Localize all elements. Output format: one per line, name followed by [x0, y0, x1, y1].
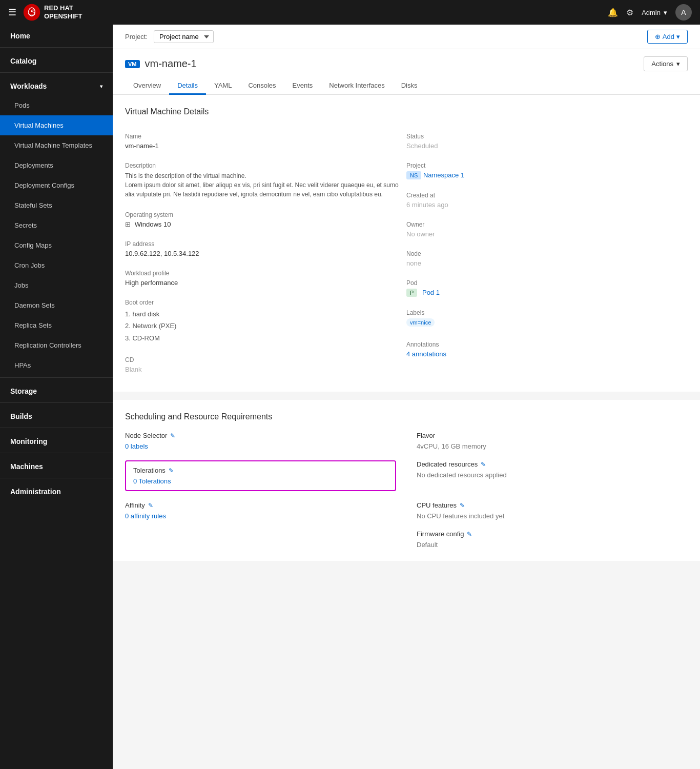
- main-content: Project: Project name ⊕ Add ▾ VM vm-name…: [113, 25, 700, 769]
- detail-ip-value: 10.9.62.122, 10.5.34.122: [125, 250, 406, 257]
- sidebar-item-daemon-sets[interactable]: Daemon Sets: [0, 295, 113, 315]
- tab-consoles[interactable]: Consoles: [240, 77, 284, 95]
- chevron-down-icon: ▾: [664, 9, 667, 16]
- sidebar-item-virtual-machine-templates[interactable]: Virtual Machine Templates: [0, 135, 113, 155]
- detail-boot: Boot order 1. hard disk 2. Network (PXE)…: [125, 293, 406, 350]
- detail-pod-value: P Pod 1: [406, 289, 688, 297]
- sidebar-item-replica-sets[interactable]: Replica Sets: [0, 315, 113, 335]
- dedicated-edit-icon[interactable]: ✎: [481, 461, 486, 468]
- sched-tolerations-label: Tolerations ✎: [133, 467, 388, 474]
- hamburger-icon[interactable]: ☰: [8, 7, 16, 18]
- tab-details[interactable]: Details: [169, 77, 206, 95]
- detail-ip-label: IP address: [125, 240, 406, 248]
- sched-tolerations-value[interactable]: 0 Tolerations: [133, 477, 388, 485]
- sidebar-item-deployment-configs[interactable]: Deployment Configs: [0, 175, 113, 195]
- namespace-badge: NS: [406, 171, 421, 179]
- sched-node-selector: Node Selector ✎ 0 labels: [125, 432, 396, 450]
- project-select[interactable]: Project name: [154, 30, 214, 43]
- add-button[interactable]: ⊕ Add ▾: [647, 30, 688, 44]
- sidebar-item-builds[interactable]: Builds: [0, 405, 113, 426]
- detail-description-value: This is the description of the virtual m…: [125, 171, 406, 199]
- details-section-title: Virtual Machine Details: [125, 107, 688, 116]
- detail-project: Project NS Namespace 1: [406, 156, 688, 186]
- detail-cd-label: CD: [125, 356, 406, 363]
- vm-name: vm-name-1: [145, 58, 197, 70]
- tolerations-edit-icon[interactable]: ✎: [169, 467, 174, 474]
- actions-button[interactable]: Actions ▾: [644, 56, 688, 71]
- pod-badge: P: [406, 289, 417, 297]
- sidebar-item-jobs[interactable]: Jobs: [0, 275, 113, 295]
- sidebar-item-machines[interactable]: Machines: [0, 455, 113, 476]
- sidebar-item-administration[interactable]: Administration: [0, 480, 113, 501]
- namespace-link[interactable]: Namespace 1: [423, 171, 464, 179]
- details-grid: Name vm-name-1 Description This is the d…: [125, 127, 688, 379]
- sched-firmware-config: Firmware config ✎ Default: [417, 530, 688, 549]
- tabs: Overview Details YAML Consoles Events Ne…: [125, 77, 688, 94]
- logo: RED HATOPENSHIFT: [23, 3, 82, 22]
- tab-overview[interactable]: Overview: [125, 77, 169, 95]
- sched-tolerations: Tolerations ✎ 0 Tolerations: [125, 460, 396, 491]
- detail-node-label: Node: [406, 250, 688, 257]
- detail-description: Description This is the description of t…: [125, 156, 406, 205]
- label-tag-vm[interactable]: vm=nice: [406, 318, 435, 327]
- sched-firmware-value: Default: [417, 541, 688, 549]
- pod-link[interactable]: Pod 1: [422, 289, 440, 296]
- detail-name-value: vm-name-1: [125, 142, 406, 150]
- sched-node-selector-value[interactable]: 0 labels: [125, 442, 396, 450]
- sched-cpu-features: CPU features ✎ No CPU features included …: [417, 501, 688, 520]
- sidebar-item-stateful-sets[interactable]: Stateful Sets: [0, 195, 113, 215]
- firmware-edit-icon[interactable]: ✎: [467, 531, 472, 538]
- node-selector-edit-icon[interactable]: ✎: [170, 432, 175, 439]
- gear-icon[interactable]: ⚙: [626, 8, 633, 17]
- details-right-column: Status Scheduled Project NS Namespace 1 …: [406, 127, 688, 379]
- affinity-edit-icon[interactable]: ✎: [148, 502, 153, 509]
- detail-cd: CD Blank: [125, 350, 406, 379]
- scheduling-grid: Node Selector ✎ 0 labels Flavor 4vCPU, 1…: [125, 432, 688, 549]
- sched-flavor-value: 4vCPU, 16 GB memory: [417, 442, 688, 450]
- workloads-chevron-icon: ▾: [100, 84, 102, 89]
- detail-labels: Labels vm=nice: [406, 303, 688, 335]
- tolerations-box: Tolerations ✎ 0 Tolerations: [125, 460, 396, 491]
- tab-disks[interactable]: Disks: [393, 77, 426, 95]
- sidebar-item-workloads[interactable]: Workloads ▾: [0, 75, 113, 95]
- sidebar-item-secrets[interactable]: Secrets: [0, 215, 113, 235]
- sched-node-selector-label: Node Selector ✎: [125, 432, 396, 439]
- tab-network-interfaces[interactable]: Network Interfaces: [321, 77, 393, 95]
- detail-ip: IP address 10.9.62.122, 10.5.34.122: [125, 234, 406, 264]
- sidebar-item-replication-controllers[interactable]: Replication Controllers: [0, 335, 113, 355]
- actions-chevron-icon: ▾: [676, 60, 680, 68]
- detail-annotations-label: Annotations: [406, 341, 688, 348]
- sidebar-item-config-maps[interactable]: Config Maps: [0, 235, 113, 255]
- scheduling-section: Scheduling and Resource Requirements Nod…: [113, 400, 700, 561]
- sched-affinity-label: Affinity ✎: [125, 501, 396, 509]
- sidebar-item-storage[interactable]: Storage: [0, 380, 113, 400]
- sidebar-item-catalog[interactable]: Catalog: [0, 50, 113, 70]
- tab-yaml[interactable]: YAML: [206, 77, 240, 95]
- sidebar-item-label: Home: [10, 32, 30, 40]
- sidebar-item-virtual-machines[interactable]: Virtual Machines: [0, 115, 113, 135]
- tab-events[interactable]: Events: [284, 77, 321, 95]
- sidebar-item-hpas[interactable]: HPAs: [0, 355, 113, 375]
- cpu-features-edit-icon[interactable]: ✎: [460, 502, 465, 509]
- detail-workload-value: High performance: [125, 279, 406, 287]
- sidebar-item-pods[interactable]: Pods: [0, 95, 113, 115]
- admin-dropdown[interactable]: Admin ▾: [642, 9, 667, 16]
- sched-flavor: Flavor 4vCPU, 16 GB memory: [417, 432, 688, 450]
- sched-affinity-value[interactable]: 0 affinity rules: [125, 512, 396, 520]
- detail-project-label: Project: [406, 162, 688, 169]
- boot-item-1: 1. hard disk: [125, 308, 406, 320]
- sidebar-item-monitoring[interactable]: Monitoring: [0, 430, 113, 451]
- sidebar-item-home[interactable]: Home: [0, 25, 113, 45]
- project-bar: Project: Project name ⊕ Add ▾: [113, 25, 700, 49]
- sidebar-item-cron-jobs[interactable]: Cron Jobs: [0, 255, 113, 275]
- annotations-link[interactable]: 4 annotations: [406, 350, 446, 358]
- bell-icon[interactable]: 🔔: [608, 8, 618, 17]
- avatar[interactable]: A: [675, 4, 692, 21]
- plus-icon: ⊕: [655, 33, 661, 41]
- detail-os: Operating system Windows 10: [125, 205, 406, 234]
- redhat-logo: [23, 3, 41, 22]
- detail-status-label: Status: [406, 133, 688, 140]
- detail-project-value: NS Namespace 1: [406, 171, 688, 179]
- sched-firmware-label: Firmware config ✎: [417, 530, 688, 538]
- sidebar-item-deployments[interactable]: Deployments: [0, 155, 113, 175]
